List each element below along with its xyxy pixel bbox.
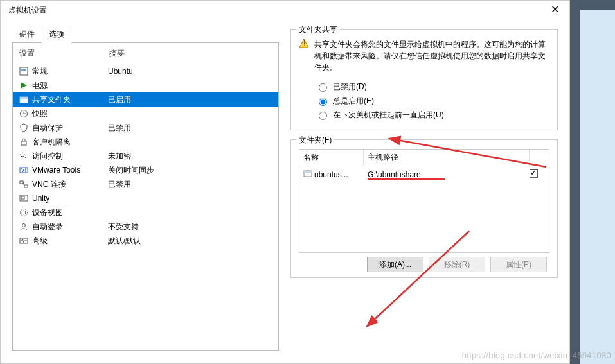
list-row-autoprotect[interactable]: 自动保护 已禁用 — [13, 121, 278, 135]
svg-text:vm: vm — [21, 166, 29, 174]
col-path: 主机路径 — [364, 150, 530, 166]
folder-enabled-checkbox[interactable] — [530, 169, 538, 178]
svg-text:!: ! — [303, 39, 305, 48]
header-summary: 摘要 — [109, 48, 125, 59]
list-row-advanced[interactable]: 高级 默认/默认 — [13, 234, 278, 248]
svg-rect-1 — [21, 69, 26, 71]
svg-line-10 — [24, 156, 27, 159]
list-row-autologon[interactable]: 自动登录 不受支持 — [13, 220, 278, 234]
vnc-icon — [18, 179, 30, 189]
list-row-snapshots[interactable]: 快照 — [13, 107, 278, 121]
folder-share-icon — [18, 94, 30, 105]
list-row-vmware-tools[interactable]: vm VMware Tools 关闭时间同步 — [13, 163, 278, 177]
svg-rect-13 — [20, 181, 23, 184]
titlebar: 虚拟机设置 ✕ — [1, 1, 569, 20]
watermark: https://blog.csdn.net/weixin_45941080 — [462, 351, 611, 360]
folder-row[interactable]: ubuntus... G:\ubuntushare — [299, 166, 549, 182]
folder-list-header: 名称 主机路径 — [299, 150, 549, 166]
general-icon — [18, 66, 30, 76]
play-icon — [18, 80, 30, 91]
folder-name: ubuntus... — [314, 170, 348, 179]
list-row-appliance-view[interactable]: 设备视图 — [13, 205, 278, 220]
settings-list: 设置 摘要 常规 Ubuntu 电源 — [12, 42, 279, 351]
list-row-power[interactable]: 电源 — [13, 78, 278, 92]
svg-point-18 — [22, 211, 26, 214]
pulse-icon — [18, 236, 30, 246]
header-setting: 设置 — [19, 48, 109, 59]
list-row-vnc[interactable]: VNC 连接 已禁用 — [13, 177, 278, 191]
gear-icon — [18, 207, 30, 218]
person-icon — [18, 221, 30, 232]
warning-icon: ! — [299, 39, 309, 49]
list-row-shared-folders[interactable]: 共享文件夹 已启用 — [13, 92, 278, 107]
svg-rect-25 — [304, 171, 312, 173]
list-row-unity[interactable]: Unity — [13, 191, 278, 205]
close-button[interactable]: ✕ — [540, 1, 569, 20]
svg-rect-17 — [21, 196, 24, 199]
vm-settings-dialog: 虚拟机设置 ✕ 硬件 选项 设置 摘要 常规 Ubuntu — [0, 0, 570, 364]
warning-text: 共享文件夹会将您的文件显示给虚拟机中的程序。这可能为您的计算机和数据带来风险。请… — [314, 39, 549, 73]
tab-hardware[interactable]: 硬件 — [12, 26, 42, 43]
shield-icon — [18, 123, 30, 133]
svg-marker-2 — [21, 82, 27, 89]
folder-icon — [303, 169, 312, 180]
folders-title: 文件夹(F) — [296, 135, 334, 146]
svg-rect-4 — [20, 97, 28, 99]
col-name: 名称 — [299, 150, 364, 166]
svg-rect-14 — [24, 185, 28, 187]
svg-point-19 — [21, 209, 28, 216]
list-header: 设置 摘要 — [13, 43, 278, 64]
svg-line-15 — [23, 182, 24, 186]
folder-sharing-title: 文件夹共享 — [296, 24, 340, 35]
radio-always-enabled[interactable]: 总是启用(E) — [316, 94, 549, 108]
list-row-guest-isolation[interactable]: 客户机隔离 — [13, 135, 278, 149]
svg-point-20 — [22, 224, 26, 227]
dialog-title: 虚拟机设置 — [8, 5, 47, 16]
folder-path: G:\ubuntushare — [368, 170, 421, 179]
properties-button: 属性(P) — [490, 257, 547, 272]
vmware-icon: vm — [18, 165, 30, 175]
sharing-warning: ! 共享文件夹会将您的文件显示给虚拟机中的程序。这可能为您的计算机和数据带来风险… — [299, 39, 549, 73]
list-row-access-control[interactable]: 访问控制 未加密 — [13, 149, 278, 163]
radio-disabled[interactable]: 已禁用(D) — [316, 80, 549, 94]
unity-icon — [18, 193, 30, 204]
remove-button: 移除(R) — [429, 257, 485, 272]
radio-enabled-until[interactable]: 在下次关机或挂起前一直启用(U) — [316, 108, 549, 122]
add-button[interactable]: 添加(A)... — [367, 257, 423, 272]
svg-rect-8 — [21, 141, 26, 145]
list-row-general[interactable]: 常规 Ubuntu — [13, 64, 278, 78]
key-icon — [18, 151, 30, 161]
folder-sharing-group: 文件夹共享 ! 共享文件夹会将您的文件显示给虚拟机中的程序。这可能为您的计算机和… — [290, 29, 558, 130]
tab-strip: 硬件 选项 — [12, 26, 279, 43]
folders-group: 文件夹(F) 名称 主机路径 ubuntus... G:\ubuntusha — [290, 139, 558, 278]
tab-options[interactable]: 选项 — [42, 26, 71, 43]
lock-icon — [18, 137, 30, 147]
clock-icon — [18, 108, 30, 119]
folder-list: 名称 主机路径 ubuntus... G:\ubuntushare — [299, 149, 549, 253]
svg-rect-0 — [20, 67, 28, 75]
